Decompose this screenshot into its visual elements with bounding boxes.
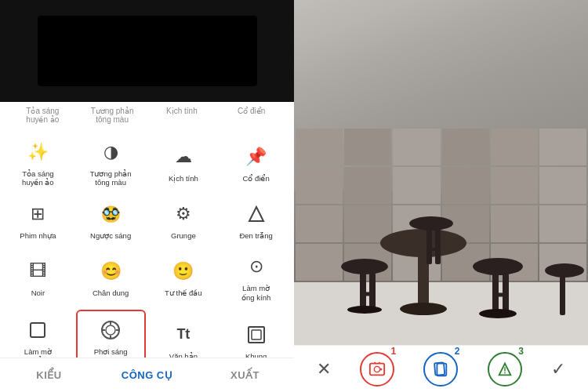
tool-lam-mo-net-anh-label: Làm mờnét ảnh xyxy=(24,347,52,358)
svg-rect-1 xyxy=(31,323,45,337)
tool-lam-mo-ong-kinh-label: Làm mờống kính xyxy=(241,284,270,302)
nav-kieu[interactable]: KIỂU xyxy=(0,358,98,392)
filter-preview-strip xyxy=(0,0,294,102)
nav-cong-cu[interactable]: CÔNG CỤ xyxy=(98,358,196,392)
filter-name-3: Kịch tính xyxy=(147,107,217,124)
noir-icon: 🎞 xyxy=(24,257,52,285)
tool-khung[interactable]: Khung xyxy=(221,310,291,358)
svg-point-22 xyxy=(473,258,523,275)
tool-khung-label: Khung xyxy=(245,352,267,358)
tool-chan-dung[interactable]: 😊 Chân dung xyxy=(76,248,146,307)
kich-tinh-icon: ☁ xyxy=(169,143,198,171)
tool-co-dien-label: Cổ điển xyxy=(243,174,270,183)
tool-phoi-sang-kep[interactable]: Phơi sángkép xyxy=(76,310,146,358)
svg-marker-0 xyxy=(249,207,263,221)
tool-tu-the-dau[interactable]: 🙂 Tư thế đầu xyxy=(149,248,219,307)
svg-point-18 xyxy=(409,216,453,230)
furniture-layer xyxy=(294,0,588,345)
left-panel: Tỏa sánghuyền ảo Tương phảntông màu Kịch… xyxy=(0,0,294,392)
svg-point-17 xyxy=(347,306,382,314)
tool-kich-tinh[interactable]: ☁ Kịch tính xyxy=(149,133,219,192)
add-photo-button[interactable]: 1 xyxy=(360,352,394,387)
tool-co-dien[interactable]: 📌 Cổ điển xyxy=(221,133,291,192)
tool-grunge[interactable]: ⚙ Grunge xyxy=(149,195,219,245)
filter-icon xyxy=(432,361,449,378)
tool-phoi-sang-kep-label: Phơi sángkép xyxy=(94,347,128,358)
lam-mo-ong-kinh-icon: ⊙ xyxy=(242,252,270,281)
chan-dung-icon: 😊 xyxy=(96,257,125,285)
filter-name-4: Cổ điển xyxy=(216,107,286,124)
tool-chan-dung-label: Chân dung xyxy=(93,289,129,297)
co-dien-icon: 📌 xyxy=(242,143,270,171)
tuong-phan-icon: ◑ xyxy=(96,138,125,166)
tool-lam-mo-net-anh[interactable]: Làm mờnét ảnh xyxy=(3,310,73,358)
tool-noir[interactable]: 🎞 Noir xyxy=(3,248,73,307)
photo-background xyxy=(294,0,588,345)
filter-button[interactable]: 2 xyxy=(423,352,458,387)
tool-toa-sang[interactable]: ✨ Tỏa sánghuyền ảo xyxy=(3,133,73,192)
bottom-nav: KIỂU CÔNG CỤ XUẤT xyxy=(0,358,294,392)
svg-point-26 xyxy=(479,309,517,318)
tool-grid: ✨ Tỏa sánghuyền ảo ◑ Tương phảntông màu … xyxy=(0,127,294,358)
tool-tuong-phan[interactable]: ◑ Tương phảntông màu xyxy=(76,133,146,192)
tool-phim-nhua-label: Phim nhựa xyxy=(20,231,56,240)
svg-rect-19 xyxy=(426,229,432,264)
svg-point-30 xyxy=(374,366,379,372)
tool-toa-sang-label: Tỏa sánghuyền ảo xyxy=(22,169,54,187)
action-bar: ✕ 1 2 3 xyxy=(294,345,588,392)
nguoc-sang-icon: 🥸 xyxy=(96,200,125,228)
tool-phim-nhua[interactable]: ⊞ Phim nhựa xyxy=(3,195,73,245)
adjust-icon xyxy=(496,361,514,378)
tool-den-trang[interactable]: Đen trắng xyxy=(221,195,291,245)
tool-nguoc-sang[interactable]: 🥸 Ngược sáng xyxy=(76,195,146,245)
svg-point-13 xyxy=(341,259,388,274)
svg-rect-8 xyxy=(249,327,264,343)
tool-grunge-label: Grunge xyxy=(171,231,196,240)
tool-tuong-phan-label: Tương phảntông màu xyxy=(90,169,132,187)
cancel-button[interactable]: ✕ xyxy=(317,359,331,379)
filter-number: 2 xyxy=(455,346,460,357)
toa-sang-icon: ✨ xyxy=(24,138,52,166)
adjust-number: 3 xyxy=(518,346,524,357)
svg-rect-35 xyxy=(435,362,445,376)
svg-rect-28 xyxy=(560,276,565,315)
filter-name-2: Tương phảntông màu xyxy=(78,107,147,124)
filter-name-1: Tỏa sánghuyền ảo xyxy=(8,107,78,124)
add-photo-number: 1 xyxy=(390,346,396,357)
grunge-icon: ⚙ xyxy=(169,200,198,228)
right-panel: ✕ 1 2 3 xyxy=(294,0,588,392)
svg-rect-20 xyxy=(435,229,441,264)
add-photo-icon xyxy=(368,361,386,378)
svg-rect-9 xyxy=(252,330,261,339)
svg-point-27 xyxy=(545,263,584,278)
tool-den-trang-label: Đen trắng xyxy=(239,231,272,240)
tool-tu-the-dau-label: Tư thế đầu xyxy=(165,289,202,297)
photo-container xyxy=(294,0,588,345)
tool-van-ban[interactable]: Tt Văn bản xyxy=(149,310,219,358)
svg-point-39 xyxy=(504,372,506,373)
tool-nguoc-sang-label: Ngược sáng xyxy=(90,231,131,240)
filter-names-row: Tỏa sánghuyền ảo Tương phảntông màu Kịch… xyxy=(0,102,294,127)
lam-mo-net-anh-icon xyxy=(24,316,52,344)
svg-point-3 xyxy=(106,325,115,335)
filter-preview-image xyxy=(38,16,257,86)
tool-noir-label: Noir xyxy=(31,289,45,297)
den-trang-icon xyxy=(242,200,270,228)
svg-point-10 xyxy=(380,229,466,257)
confirm-button[interactable]: ✓ xyxy=(551,359,565,379)
nav-xuat[interactable]: XUẤT xyxy=(196,358,294,392)
tu-the-dau-icon: 🙂 xyxy=(169,257,198,285)
phim-nhua-icon: ⊞ xyxy=(24,200,52,228)
khung-icon xyxy=(242,321,270,349)
phoi-sang-kep-icon xyxy=(96,316,125,344)
tool-van-ban-label: Văn bản xyxy=(169,352,198,358)
tool-kich-tinh-label: Kịch tính xyxy=(169,174,198,183)
svg-point-12 xyxy=(400,303,447,315)
tool-lam-mo-ong-kinh[interactable]: ⊙ Làm mờống kính xyxy=(221,248,291,307)
van-ban-icon: Tt xyxy=(169,321,198,349)
adjust-button[interactable]: 3 xyxy=(488,352,522,387)
